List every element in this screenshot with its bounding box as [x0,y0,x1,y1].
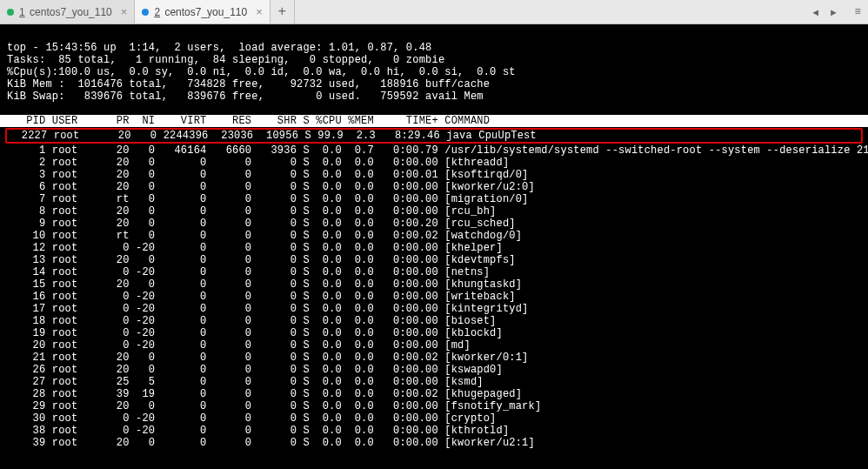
status-dot-icon [142,9,149,16]
status-dot-icon [7,9,14,16]
add-tab-button[interactable]: + [270,0,295,23]
process-table-header: PID USER PR NI VIRT RES SHR S %CPU %MEM … [0,115,868,127]
tab-number: 2 [154,6,160,18]
scroll-left-icon[interactable]: ◄ [807,5,824,19]
close-icon[interactable]: × [121,5,128,18]
tab-label: centos7_you_110 [30,6,112,18]
summary-line: KiB Mem : 1016476 total, 734828 free, 92… [7,78,490,90]
highlighted-process-row: 2227 root 20 0 2244396 23036 10956 S 99.… [5,128,863,144]
summary-line: top - 15:43:56 up 1:14, 2 users, load av… [7,42,431,54]
summary-line: Tasks: 85 total, 1 running, 84 sleeping,… [7,54,444,66]
tab-2[interactable]: 2 centos7_you_110 × [135,0,270,23]
tab-bar: 1 centos7_you_110 × 2 centos7_you_110 × … [0,0,868,24]
close-icon[interactable]: × [256,5,263,18]
scroll-right-icon[interactable]: ► [825,5,842,19]
summary-line: KiB Swap: 839676 total, 839676 free, 0 u… [7,90,484,103]
tab-menu-button[interactable]: ≡ [847,0,868,23]
terminal-output[interactable]: top - 15:43:56 up 1:14, 2 users, load av… [0,24,868,469]
tab-scroll-controls: ◄ ► [802,0,847,23]
tab-label: centos7_you_110 [164,6,247,18]
process-rows: 1 root 20 0 46164 6660 3936 S 0.0 0.7 0:… [7,144,868,449]
tab-1[interactable]: 1 centos7_you_110 × [0,0,135,23]
tab-number: 1 [19,6,25,18]
summary-line: %Cpu(s):100.0 us, 0.0 sy, 0.0 ni, 0.0 id… [7,66,516,78]
